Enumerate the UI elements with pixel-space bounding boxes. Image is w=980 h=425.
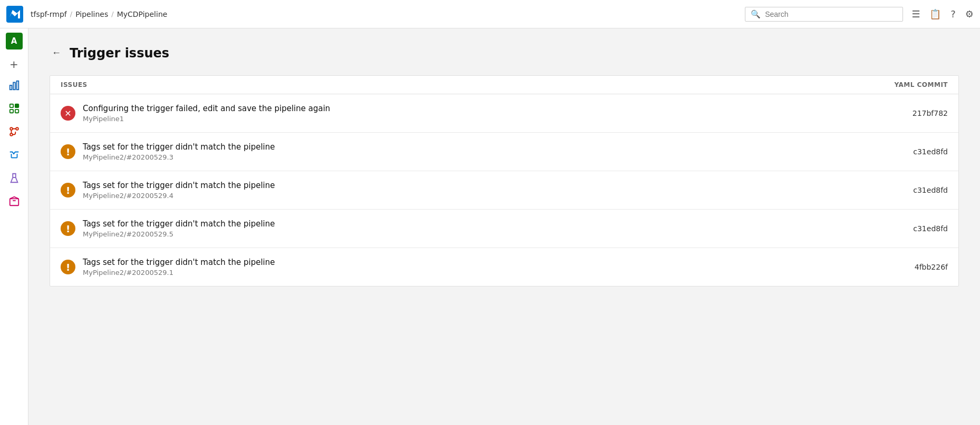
svg-rect-3 (16, 81, 18, 90)
sidebar-item-artifacts[interactable] (4, 191, 25, 212)
issue-content: Tags set for the trigger didn't match th… (83, 258, 856, 276)
page-header: ← Trigger issues (50, 45, 959, 61)
clipboard-icon[interactable]: 📋 (929, 8, 941, 19)
sidebar-item-test-plans[interactable] (4, 167, 25, 189)
issue-commit: 217bf782 (863, 109, 948, 117)
breadcrumb-pipelines[interactable]: Pipelines (75, 10, 108, 18)
table-header: Issues YAML Commit (50, 76, 958, 94)
issue-content: Configuring the trigger failed, edit and… (83, 104, 856, 123)
search-box[interactable]: 🔍 (745, 7, 903, 22)
breadcrumb-org[interactable]: tfspf-rmpf (31, 10, 67, 18)
table-body: ✕ Configuring the trigger failed, edit a… (50, 94, 958, 286)
sidebar-item-boards[interactable] (4, 98, 25, 119)
main-layout: A + (0, 28, 980, 425)
settings-icon[interactable]: ⚙ (965, 8, 974, 19)
page-title: Trigger issues (70, 46, 169, 61)
breadcrumb: tfspf-rmpf / Pipelines / MyCDPipeline (31, 10, 167, 18)
help-icon[interactable]: ? (950, 8, 956, 19)
issue-commit: c31ed8fd (863, 186, 948, 194)
table-row: ✕ Configuring the trigger failed, edit a… (50, 94, 958, 133)
list-icon[interactable]: ☰ (911, 8, 920, 19)
top-bar-icons: ☰ 📋 ? ⚙ (911, 8, 974, 19)
svg-point-8 (10, 127, 13, 130)
add-project-button[interactable]: + (6, 56, 23, 73)
issue-subtitle: MyPipeline2/#20200529.4 (83, 192, 856, 200)
svg-point-9 (16, 127, 18, 130)
sidebar-item-pipelines[interactable] (4, 144, 25, 165)
svg-rect-1 (9, 85, 12, 90)
issue-commit: c31ed8fd (863, 147, 948, 156)
issue-title: Tags set for the trigger didn't match th… (83, 181, 856, 190)
issue-content: Tags set for the trigger didn't match th… (83, 142, 856, 161)
ado-logo (6, 6, 23, 23)
table-row: ! Tags set for the trigger didn't match … (50, 248, 958, 286)
sidebar-item-repos[interactable] (4, 121, 25, 142)
issue-subtitle: MyPipeline2/#20200529.3 (83, 153, 856, 161)
breadcrumb-sep-1: / (70, 10, 72, 18)
warning-icon: ! (61, 144, 75, 159)
svg-point-10 (10, 133, 13, 136)
sidebar: A + (0, 28, 28, 425)
table-row: ! Tags set for the trigger didn't match … (50, 210, 958, 248)
table-row: ! Tags set for the trigger didn't match … (50, 133, 958, 171)
col-yaml-header: YAML Commit (863, 81, 948, 88)
sidebar-item-overview[interactable] (4, 75, 25, 96)
issue-content: Tags set for the trigger didn't match th… (83, 181, 856, 200)
issue-commit: 4fbb226f (863, 263, 948, 271)
issue-content: Tags set for the trigger didn't match th… (83, 219, 856, 238)
warning-icon: ! (61, 260, 75, 274)
search-input[interactable] (765, 10, 897, 18)
back-button[interactable]: ← (50, 45, 63, 61)
table-row: ! Tags set for the trigger didn't match … (50, 171, 958, 210)
svg-rect-4 (9, 104, 13, 107)
svg-rect-2 (13, 83, 15, 90)
issue-title: Tags set for the trigger didn't match th… (83, 142, 856, 152)
breadcrumb-pipeline-name[interactable]: MyCDPipeline (117, 10, 168, 18)
issue-subtitle: MyPipeline2/#20200529.5 (83, 230, 856, 238)
content-area: ← Trigger issues Issues YAML Commit ✕ Co… (28, 28, 980, 425)
svg-rect-7 (15, 110, 18, 113)
col-issues-header: Issues (61, 81, 863, 88)
issue-subtitle: MyPipeline1 (83, 115, 856, 123)
svg-rect-5 (15, 104, 18, 107)
issues-table: Issues YAML Commit ✕ Configuring the tri… (50, 75, 959, 286)
breadcrumb-sep-2: / (111, 10, 113, 18)
issue-title: Configuring the trigger failed, edit and… (83, 104, 856, 113)
issue-title: Tags set for the trigger didn't match th… (83, 219, 856, 229)
warning-icon: ! (61, 183, 75, 197)
error-icon: ✕ (61, 106, 75, 121)
svg-rect-6 (9, 110, 13, 113)
search-icon: 🔍 (751, 9, 761, 19)
issue-commit: c31ed8fd (863, 224, 948, 233)
issue-subtitle: MyPipeline2/#20200529.1 (83, 269, 856, 276)
issue-title: Tags set for the trigger didn't match th… (83, 258, 856, 267)
top-bar: tfspf-rmpf / Pipelines / MyCDPipeline 🔍 … (0, 0, 980, 28)
avatar[interactable]: A (6, 33, 23, 50)
warning-icon: ! (61, 221, 75, 236)
svg-rect-11 (9, 199, 18, 205)
